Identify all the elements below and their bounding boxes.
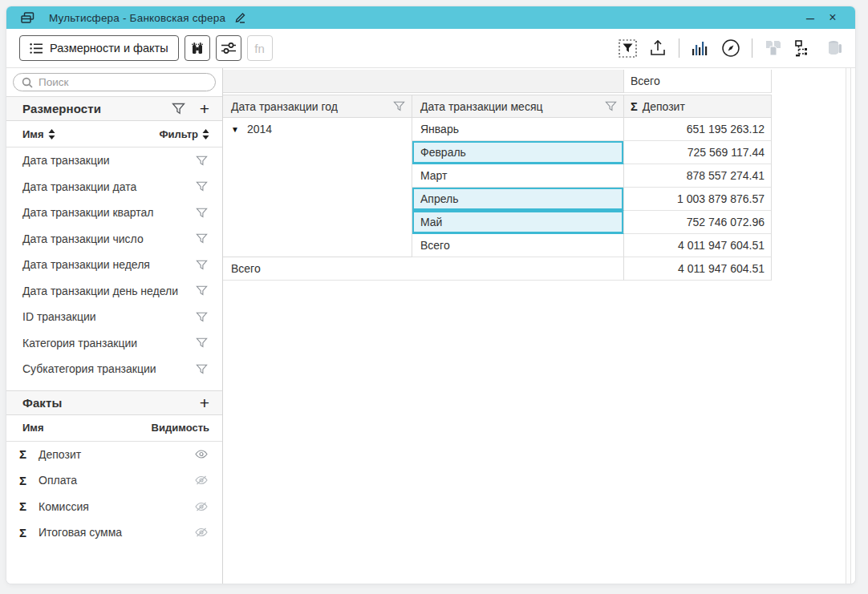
dimension-label: Субкатегория транзакции	[22, 362, 156, 375]
pivot-month-cell-selected[interactable]: Февраль	[412, 141, 624, 164]
toolbar-right-group	[618, 38, 844, 58]
dimension-label: Дата транзакции квартал	[22, 206, 153, 219]
close-button[interactable]: ×	[821, 7, 844, 28]
dimension-label: Дата транзакции дата	[22, 180, 136, 193]
export-icon[interactable]	[648, 38, 667, 58]
row-filter-icon[interactable]	[196, 233, 208, 244]
dimension-label: Дата транзакции неделя	[22, 258, 150, 271]
row-filter-icon[interactable]	[196, 337, 208, 348]
month-header-label: Дата транзакции месяц	[420, 100, 543, 113]
fact-label: Оплата	[39, 474, 77, 487]
dimension-label: Дата транзакции число	[22, 232, 144, 245]
add-dimension-button[interactable]: +	[200, 100, 209, 117]
app-window: Мультисфера - Банковская сфера – × Разме…	[6, 6, 855, 584]
row-filter-icon[interactable]	[196, 364, 208, 374]
sliders-icon	[221, 42, 237, 55]
dimension-label: Дата транзакции	[22, 154, 110, 167]
archive-icon[interactable]	[825, 38, 844, 58]
filter-selection-icon[interactable]	[618, 38, 637, 58]
search-box[interactable]	[13, 73, 216, 91]
pivot-year-header[interactable]: Дата транзакции год	[223, 95, 412, 118]
sigma-icon: Σ	[19, 447, 39, 461]
settings-button[interactable]	[216, 35, 241, 61]
year-header-filter-icon[interactable]	[393, 101, 405, 111]
dimensions-facts-button[interactable]: Размерности и факты	[19, 35, 179, 61]
dimension-row[interactable]: Дата транзакции день недели	[6, 278, 222, 305]
dimensions-title: Размерности	[22, 102, 101, 115]
search-elements-button[interactable]	[185, 35, 210, 61]
pivot-month-cell[interactable]: Март	[412, 164, 624, 188]
pivot-subtotal-cell[interactable]: Всего	[412, 234, 624, 257]
pivot-month-cell-selected[interactable]: Апрель	[412, 188, 624, 211]
list-icon	[30, 42, 43, 55]
sigma-icon: Σ	[19, 474, 39, 487]
fact-row[interactable]: Σ Итоговая сумма	[6, 519, 222, 546]
dimension-row[interactable]: Дата транзакции число	[6, 226, 222, 253]
eye-off-icon[interactable]	[195, 475, 208, 485]
dimension-label: ID транзакции	[22, 310, 96, 323]
facts-col-visibility: Видимость	[152, 422, 209, 434]
pivot-month-header[interactable]: Дата транзакции месяц	[412, 95, 624, 118]
dimension-row[interactable]: Дата транзакции квартал	[6, 200, 222, 226]
toolbar-separator	[679, 38, 679, 58]
pivot-month-cell-selected[interactable]: Май	[412, 211, 624, 234]
app-windows-icon	[21, 12, 34, 24]
row-filter-icon[interactable]	[196, 285, 208, 296]
structure-icon[interactable]	[794, 38, 813, 58]
row-filter-icon[interactable]	[196, 312, 208, 322]
dimension-row[interactable]: Субкатегория транзакции	[6, 356, 222, 382]
value-header-label: Депозит	[643, 100, 685, 113]
eye-icon[interactable]	[195, 450, 208, 459]
pivot-value-cell: 878 557 274.41	[624, 164, 772, 188]
sidebar: Размерности + Имя	[6, 68, 223, 584]
pivot-month-cell[interactable]: Январь	[412, 118, 624, 141]
collapse-icon[interactable]: ▼	[231, 123, 239, 134]
dimension-row[interactable]: Категория транзакции	[6, 330, 222, 357]
dimension-row[interactable]: Дата транзакции	[6, 147, 222, 174]
dimensions-col-filter: Фильтр	[159, 128, 198, 140]
edit-title-icon[interactable]	[233, 12, 246, 23]
facts-columns-header: Имя Видимость	[6, 415, 222, 442]
pivot-subtotal-value-cell: 4 011 947 604.51	[624, 234, 772, 257]
formula-button[interactable]: fn	[247, 35, 273, 61]
sort-name-icon[interactable]	[48, 129, 55, 139]
year-header-label: Дата транзакции год	[231, 100, 338, 113]
dimension-row[interactable]: Дата транзакции неделя	[6, 252, 222, 278]
fact-label: Итоговая сумма	[39, 526, 122, 539]
facts-col-name: Имя	[22, 422, 44, 434]
month-header-filter-icon[interactable]	[605, 101, 617, 111]
pivot-grand-total-label: Всего	[223, 257, 624, 281]
fact-row[interactable]: Σ Оплата	[6, 467, 222, 494]
row-filter-icon[interactable]	[196, 208, 208, 218]
eye-off-icon[interactable]	[195, 502, 208, 511]
copy-icon[interactable]	[764, 38, 783, 58]
pivot-table: Всего Дата транзакции год Дата транзакци…	[223, 70, 772, 281]
pivot-panel: Всего Дата транзакции год Дата транзакци…	[223, 68, 855, 584]
row-filter-icon[interactable]	[196, 156, 208, 166]
sort-filter-icon[interactable]	[202, 129, 209, 139]
search-icon	[22, 77, 33, 88]
dimension-row[interactable]: Дата транзакции дата	[6, 174, 222, 200]
pivot-year-cell[interactable]: ▼ 2014	[223, 118, 412, 257]
vertical-scrollbar[interactable]	[846, 68, 851, 584]
facts-section-header: Факты +	[6, 390, 222, 415]
pivot-value-header[interactable]: Σ Депозит	[624, 95, 772, 118]
eye-off-icon[interactable]	[195, 527, 208, 537]
fn-label: fn	[254, 42, 265, 55]
add-fact-button[interactable]: +	[200, 394, 209, 411]
sigma-icon: Σ	[19, 499, 39, 513]
chart-icon[interactable]	[691, 38, 710, 58]
minimize-button[interactable]: –	[799, 7, 821, 28]
title-bar: Мультисфера - Банковская сфера – ×	[6, 6, 855, 29]
dimensions-filter-icon[interactable]	[172, 103, 185, 115]
row-filter-icon[interactable]	[196, 181, 208, 192]
dimension-row[interactable]: ID транзакции	[6, 304, 222, 330]
compass-icon[interactable]	[721, 38, 740, 58]
dimensions-section-header: Размерности +	[6, 96, 222, 121]
fact-row[interactable]: Σ Депозит	[6, 442, 222, 468]
fact-row[interactable]: Σ Комиссия	[6, 494, 222, 520]
toolbar-separator	[752, 38, 752, 58]
row-filter-icon[interactable]	[196, 260, 208, 270]
search-input[interactable]	[39, 76, 207, 88]
pivot-value-cell: 651 195 263.12	[624, 118, 772, 141]
